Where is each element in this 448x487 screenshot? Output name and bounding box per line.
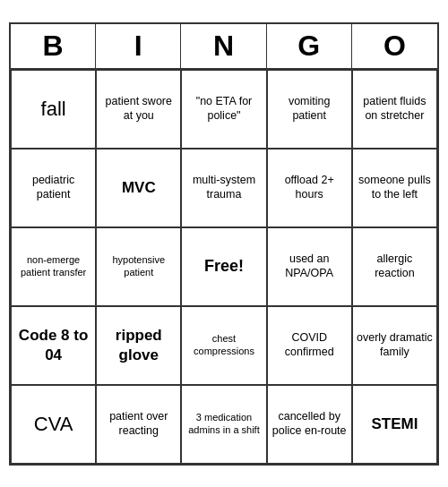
bingo-header: BINGO — [11, 24, 437, 70]
header-letter-n: N — [181, 24, 266, 68]
bingo-cell-0: fall — [11, 70, 96, 149]
bingo-cell-3: vomiting patient — [267, 70, 352, 149]
bingo-card: BINGO fallpatient swore at you"no ETA fo… — [9, 22, 439, 466]
header-letter-g: G — [267, 24, 352, 68]
bingo-cell-15: Code 8 to 04 — [11, 306, 96, 385]
bingo-cell-9: someone pulls to the left — [352, 149, 437, 227]
bingo-cell-14: allergic reaction — [352, 227, 437, 306]
bingo-cell-23: cancelled by police en-route — [267, 385, 352, 464]
bingo-grid: fallpatient swore at you"no ETA for poli… — [11, 70, 437, 464]
bingo-cell-18: COVID confirmed — [267, 306, 352, 385]
bingo-cell-12: Free! — [181, 227, 266, 306]
bingo-cell-10: non-emerge patient transfer — [11, 227, 96, 306]
bingo-cell-11: hypotensive patient — [96, 227, 181, 306]
bingo-cell-2: "no ETA for police" — [181, 70, 266, 149]
bingo-cell-20: CVA — [11, 385, 96, 464]
bingo-cell-13: used an NPA/OPA — [267, 227, 352, 306]
bingo-cell-5: pediatric patient — [11, 149, 96, 227]
header-letter-i: I — [96, 24, 181, 68]
bingo-cell-17: chest compressions — [181, 306, 266, 385]
bingo-cell-1: patient swore at you — [96, 70, 181, 149]
bingo-cell-24: STEMI — [352, 385, 437, 464]
header-letter-o: O — [352, 24, 437, 68]
bingo-cell-7: multi-system trauma — [181, 149, 266, 227]
header-letter-b: B — [11, 24, 96, 68]
bingo-cell-4: patient fluids on stretcher — [352, 70, 437, 149]
bingo-cell-22: 3 medication admins in a shift — [181, 385, 266, 464]
bingo-cell-6: MVC — [96, 149, 181, 227]
bingo-cell-8: offload 2+ hours — [267, 149, 352, 227]
bingo-cell-16: ripped glove — [96, 306, 181, 385]
bingo-cell-19: overly dramatic family — [352, 306, 437, 385]
bingo-cell-21: patient over reacting — [96, 385, 181, 464]
